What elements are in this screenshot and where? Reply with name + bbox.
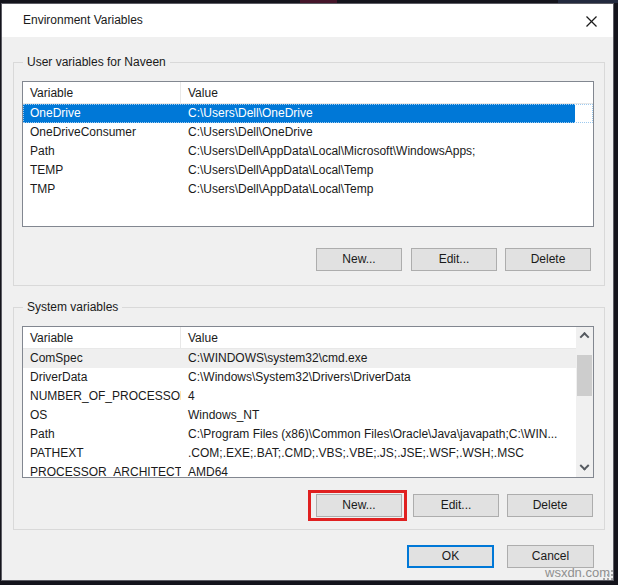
chevron-up-icon [580, 332, 590, 342]
system-variables-group-label: System variables [23, 300, 122, 314]
scrollbar-thumb[interactable] [577, 355, 592, 396]
system-edit-button[interactable]: Edit... [413, 494, 499, 517]
table-row-path[interactable]: Path C:\Users\Dell\AppData\Local\Microso… [23, 142, 593, 161]
table-row-os[interactable]: OS Windows_NT [23, 406, 576, 425]
list-rows: ComSpec C:\WINDOWS\system32\cmd.exe Driv… [23, 349, 576, 478]
column-header-value[interactable]: Value [181, 327, 593, 348]
row-value: C:\Users\Dell\OneDrive [181, 123, 593, 142]
row-value: AMD64 [181, 463, 576, 478]
table-row-number-of-processors[interactable]: NUMBER_OF_PROCESSORS 4 [23, 387, 576, 406]
row-value: Windows_NT [181, 406, 576, 425]
table-row-tmp[interactable]: TMP C:\Users\Dell\AppData\Local\Temp [23, 180, 593, 199]
row-value: C:\Windows\System32\Drivers\DriverData [181, 368, 576, 387]
table-row-onedrive[interactable]: OneDrive C:\Users\Dell\OneDrive [23, 104, 593, 123]
row-variable: NUMBER_OF_PROCESSORS [23, 387, 181, 406]
ok-button[interactable]: OK [407, 545, 494, 568]
row-value: C:\Users\Dell\AppData\Local\Temp [181, 180, 593, 199]
table-row-temp[interactable]: TEMP C:\Users\Dell\AppData\Local\Temp [23, 161, 593, 180]
row-value: .COM;.EXE;.BAT;.CMD;.VBS;.VBE;.JS;.JSE;.… [181, 444, 576, 463]
list-header: Variable Value [23, 327, 593, 349]
column-header-value[interactable]: Value [181, 82, 593, 103]
row-variable: DriverData [23, 368, 181, 387]
row-value: C:\Users\Dell\OneDrive [181, 104, 593, 123]
scroll-down-button[interactable] [576, 460, 593, 477]
row-variable: Path [23, 142, 181, 161]
environment-variables-dialog: Environment Variables User variables for… [1, 3, 614, 581]
row-variable: OS [23, 406, 181, 425]
title-bar: Environment Variables [2, 4, 613, 37]
table-row-onedriveconsumer[interactable]: OneDriveConsumer C:\Users\Dell\OneDrive [23, 123, 593, 142]
row-value: C:\Users\Dell\AppData\Local\Microsoft\Wi… [181, 142, 593, 161]
table-row-pathext[interactable]: PATHEXT .COM;.EXE;.BAT;.CMD;.VBS;.VBE;.J… [23, 444, 576, 463]
column-header-variable[interactable]: Variable [23, 327, 181, 348]
row-value: C:\WINDOWS\system32\cmd.exe [181, 349, 576, 368]
row-variable: Path [23, 425, 181, 444]
close-button[interactable] [575, 8, 607, 34]
resize-grip-icon[interactable] [603, 570, 614, 581]
row-variable: TMP [23, 180, 181, 199]
system-new-button[interactable]: New... [316, 494, 402, 517]
system-delete-button[interactable]: Delete [507, 494, 593, 517]
watermark: wsxdn.com [545, 565, 610, 580]
table-row-processor-architecture[interactable]: PROCESSOR_ARCHITECTURE AMD64 [23, 463, 576, 478]
row-variable: ComSpec [23, 349, 181, 368]
row-variable: OneDrive [23, 104, 181, 123]
table-row-driverdata[interactable]: DriverData C:\Windows\System32\Drivers\D… [23, 368, 576, 387]
column-header-variable[interactable]: Variable [23, 82, 181, 103]
vertical-scrollbar[interactable] [576, 327, 593, 477]
table-row-comspec[interactable]: ComSpec C:\WINDOWS\system32\cmd.exe [23, 349, 576, 368]
user-edit-button[interactable]: Edit... [411, 248, 497, 271]
user-variables-list: Variable Value OneDrive C:\Users\Dell\On… [22, 81, 594, 227]
chevron-down-icon [580, 461, 590, 471]
list-rows: OneDrive C:\Users\Dell\OneDrive OneDrive… [23, 104, 593, 199]
table-row-path[interactable]: Path C:\Program Files (x86)\Common Files… [23, 425, 576, 444]
row-variable: TEMP [23, 161, 181, 180]
list-header: Variable Value [23, 82, 593, 104]
window-title: Environment Variables [23, 13, 143, 27]
system-variables-list: Variable Value ComSpec C:\WINDOWS\system… [22, 326, 594, 478]
row-variable: PROCESSOR_ARCHITECTURE [23, 463, 181, 478]
row-value: C:\Users\Dell\AppData\Local\Temp [181, 161, 593, 180]
close-icon [585, 15, 598, 28]
scroll-up-button[interactable] [576, 327, 593, 344]
user-new-button[interactable]: New... [316, 248, 402, 271]
user-delete-button[interactable]: Delete [505, 248, 591, 271]
row-variable: OneDriveConsumer [23, 123, 181, 142]
row-value: C:\Program Files (x86)\Common Files\Orac… [181, 425, 576, 444]
row-variable: PATHEXT [23, 444, 181, 463]
user-variables-group-label: User variables for Naveen [23, 55, 170, 69]
row-value: 4 [181, 387, 576, 406]
